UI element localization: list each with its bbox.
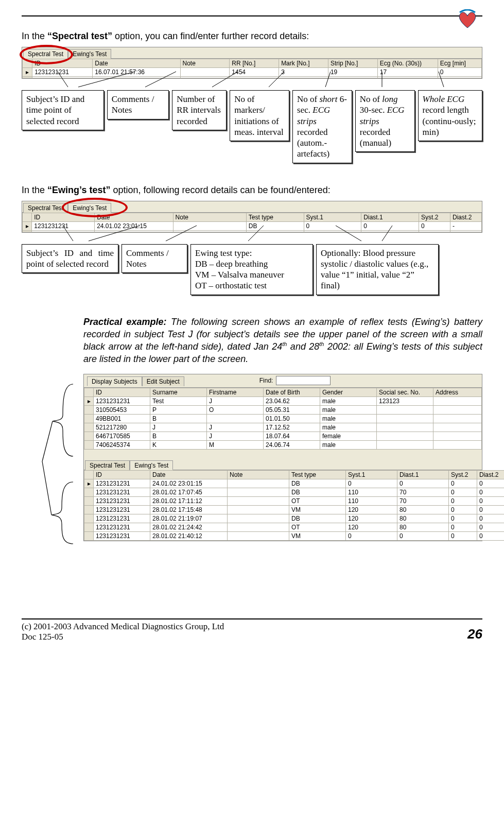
svg-line-15 [42,461,51,515]
practical-example: Practical example: The following screen … [83,316,482,366]
callout-rr: Number of RR intervals recorded [172,90,227,130]
tab-edit-subject[interactable]: Edit Subject [142,376,184,386]
tab-spectral-test[interactable]: Spectral Test [23,49,68,59]
intro-ewings: In the “Ewing’s test” option, following … [22,185,482,196]
callout-comments: Comments / Notes [107,90,169,119]
spectral-screenshot: Spectral Test Ewing's Test IDDateNote RR… [22,47,482,79]
svg-line-14 [42,421,53,461]
ewings-screenshot: Spectral Test Ewing's Test IDDateNote Te… [22,201,482,233]
top-rule [22,15,482,16]
callout-ecg-length: Whole ECG record length (continu-ously; … [418,90,483,141]
callout-long-strips: No of long 30-sec. ECG strips recorded (… [355,90,415,152]
page-number: 26 [467,626,482,642]
tab-ewings-test[interactable]: Ewing's Test [68,49,111,59]
tab-ewings-test-3[interactable]: Ewing's Test [130,460,173,470]
table-row: ▸123123123116.07.01 21:57:361454319170 [23,68,482,77]
ewings-callouts: Subject’s ID and time point of selected … [22,244,482,295]
find-label: Find: [259,377,273,384]
ewings-example-grid: IDDateNoteTest typeSyst.1Diast.1Syst.2Di… [84,470,504,541]
callout-markers: No of markers/ initiations of meas. inte… [230,90,289,141]
callout-subject-id-2: Subject’s ID and time point of selected … [22,244,118,273]
doc-number: Doc 125-05 [22,632,224,642]
heart-logo [455,9,480,30]
ewings-grid: IDDateNote Test typeSyst.1Diast.1 Syst.2… [22,213,482,232]
footer-rule [22,618,482,619]
curly-brace-icon [37,379,83,549]
callout-comments-2: Comments / Notes [121,244,187,273]
tab-spectral-test-2[interactable]: Spectral Test [23,203,68,213]
subjects-grid: IDSurnameFirstnameDate of BirthGenderSoc… [84,388,482,450]
find-input[interactable] [276,376,331,385]
tab-ewings-test-2[interactable]: Ewing's Test [68,203,111,213]
example-screenshot: Display Subjects Edit Subject Find: IDSu… [83,374,482,541]
intro-spectral: In the “Spectral test” option, you can f… [22,31,482,42]
tab-spectral-test-3[interactable]: Spectral Test [85,460,130,470]
table-row: ▸123123123124.01.02 23:01:15DB000- [23,221,482,230]
header-row: IDDateNote Test typeSyst.1Diast.1 Syst.2… [23,213,482,221]
footer: (c) 2001-2003 Advanced Medical Diagnosti… [22,622,482,642]
tab-display-subjects[interactable]: Display Subjects [87,376,142,386]
spectral-grid: IDDateNote RR [No.]Mark [No.]Strip [No.]… [22,59,482,78]
callout-short-strips: No of short 6-sec. ECG strips recorded (… [292,90,352,163]
table-row [23,77,482,78]
header-row: IDDateNote RR [No.]Mark [No.]Strip [No.]… [23,59,482,68]
spectral-callouts: Subject’s ID and time point of selected … [22,90,482,163]
callout-bp-values: Optionally: Blood pressure systolic / di… [316,244,439,295]
copyright: (c) 2001-2003 Advanced Medical Diagnosti… [22,622,224,632]
table-row [23,230,482,232]
callout-test-type: Ewing test type: DB – deep breathing VM … [190,244,313,295]
callout-subject-id: Subject’s ID and time point of selected … [22,90,104,130]
